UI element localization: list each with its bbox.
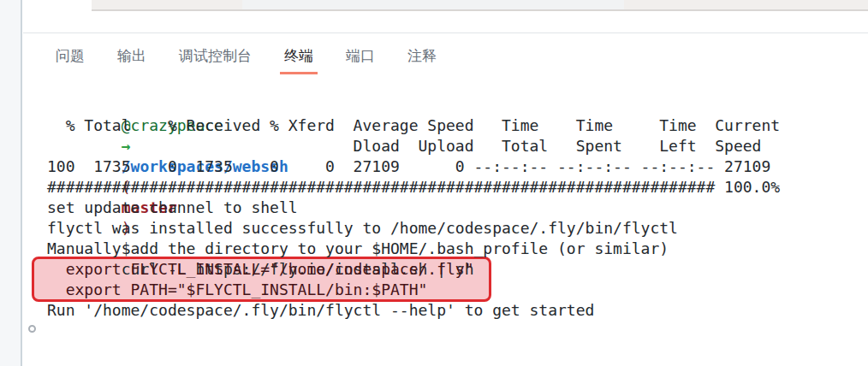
- export-flyctl-install-line: export FLYCTL_INSTALL="/home/codespace/.…: [47, 259, 860, 280]
- tab-comments[interactable]: 注释: [403, 48, 441, 74]
- tab-output[interactable]: 输出: [113, 48, 151, 74]
- output-line-install-success: flyctl was installed successfully to /ho…: [47, 218, 860, 239]
- editor-tab-bar-remnant: [92, 0, 868, 11]
- run-hint-line: Run '/home/codespace/.fly/bin/flyctl --h…: [47, 300, 860, 321]
- tab-ports[interactable]: 端口: [342, 48, 379, 74]
- prompt-username: @crazypeace: [122, 363, 233, 366]
- terminal-line-prompt-2: @crazypeace → /workspaces/webssh ( maste…: [47, 321, 860, 341]
- terminal-content[interactable]: @crazypeace → /workspaces/webssh ( maste…: [47, 95, 860, 351]
- tab-problems[interactable]: 问题: [51, 48, 89, 74]
- panel-tab-bar: 问题 输出 调试控制台 终端 端口 注释: [23, 33, 868, 74]
- output-line-manual-add: Manually add the directory to your $HOME…: [47, 239, 860, 259]
- bottom-panel: 问题 输出 调试控制台 终端 端口 注释 @crazypeace → /work…: [23, 32, 868, 366]
- curl-header-line-2: Dload Upload Total Spent Left Speed: [47, 136, 860, 156]
- editor-gutter-strip: [0, 0, 22, 366]
- tab-terminal[interactable]: 终端: [280, 48, 318, 74]
- output-line-update-channel: set update channel to shell: [47, 198, 860, 218]
- export-path-line: export PATH="$FLYCTL_INSTALL/bin:$PATH": [47, 280, 860, 300]
- codespaces-window: 问题 输出 调试控制台 终端 端口 注释 @crazypeace → /work…: [0, 0, 868, 366]
- curl-stats-line: 100 1735 0 1735 0 0 27109 0 --:--:-- --:…: [47, 156, 860, 177]
- command-status-icon: [28, 325, 36, 333]
- tab-debug-console[interactable]: 调试控制台: [175, 48, 256, 74]
- curl-header-line-1: % Total % Received % Xferd Average Speed…: [47, 115, 860, 136]
- editor-tab-remnant: [242, 0, 624, 9]
- curl-progress-bar: ########################################…: [47, 177, 860, 198]
- terminal-line-prompt-1: @crazypeace → /workspaces/webssh ( maste…: [47, 95, 860, 115]
